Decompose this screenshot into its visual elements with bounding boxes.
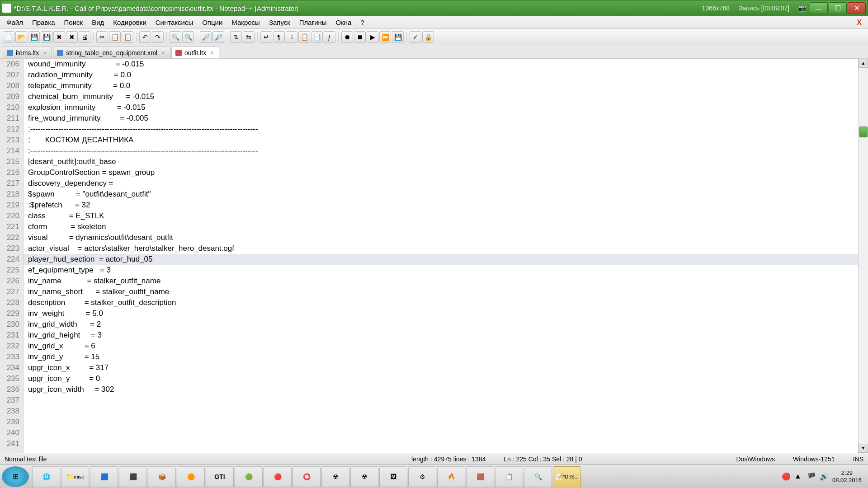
- code-line[interactable]: actor_visual = actors\stalker_hero\stalk…: [24, 243, 858, 254]
- scroll-thumb[interactable]: [859, 127, 868, 137]
- code-line[interactable]: upgr_icon_y = 0: [24, 373, 858, 384]
- code-line[interactable]: [desant_outfit]:outfit_base: [24, 156, 858, 167]
- macro-multirun-button[interactable]: ⏩: [379, 31, 391, 43]
- menu-macros[interactable]: Макросы: [227, 17, 264, 28]
- code-line[interactable]: upgr_icon_width = 302: [24, 384, 858, 395]
- sync-v-button[interactable]: ⇅: [230, 31, 242, 43]
- close-button[interactable]: ✕: [848, 2, 866, 14]
- menu-help[interactable]: ?: [356, 17, 368, 28]
- undo-button[interactable]: ↶: [139, 31, 151, 43]
- tab-close-icon[interactable]: ×: [42, 50, 48, 56]
- spellcheck-next-button[interactable]: 🔒: [422, 31, 434, 43]
- close-all-button[interactable]: ✖: [66, 31, 78, 43]
- tab-close-icon[interactable]: ×: [209, 50, 215, 56]
- menu-options[interactable]: Опции: [198, 17, 227, 28]
- paste-button[interactable]: 📋: [122, 31, 133, 43]
- save-all-button[interactable]: 💾: [41, 31, 52, 43]
- code-line[interactable]: inv_grid_width = 2: [24, 319, 858, 330]
- code-line[interactable]: player_hud_section = actor_hud_05: [24, 254, 858, 265]
- code-line[interactable]: GroupControlSection = spawn_group: [24, 167, 858, 178]
- macro-play-button[interactable]: ▶: [367, 31, 378, 43]
- taskbar-app7[interactable]: 🔍: [524, 466, 552, 487]
- close-file-button[interactable]: ✖: [53, 31, 65, 43]
- open-file-button[interactable]: 📂: [15, 31, 27, 43]
- taskbar-app2[interactable]: 📦: [148, 466, 176, 487]
- menu-encoding[interactable]: Кодировки: [108, 17, 151, 28]
- taskbar-opera[interactable]: 🔴: [264, 466, 292, 487]
- tab-string-table[interactable]: string_table_enc_equipment.xml ×: [53, 47, 170, 58]
- tray-volume-icon[interactable]: 🔊: [820, 472, 829, 481]
- menu-close-x[interactable]: X: [852, 17, 866, 28]
- code-line[interactable]: inv_grid_x = 6: [24, 341, 858, 352]
- spellcheck-button[interactable]: ✓: [410, 31, 421, 43]
- menu-search[interactable]: Поиск: [60, 17, 88, 28]
- code-line[interactable]: discovery_dependency =: [24, 178, 858, 189]
- macro-save-button[interactable]: 💾: [392, 31, 404, 43]
- find-button[interactable]: 🔍: [170, 31, 181, 43]
- taskbar-radiation[interactable]: ☢: [321, 466, 349, 487]
- taskbar-radiation2[interactable]: ☢: [350, 466, 378, 487]
- code-line[interactable]: fire_wound_immunity = -0.005: [24, 113, 858, 124]
- code-line[interactable]: ;---------------------------------------…: [24, 145, 858, 156]
- tray-clock[interactable]: 2:29 08.02.2016: [832, 469, 862, 484]
- sync-h-button[interactable]: ⇆: [243, 31, 255, 43]
- code-line[interactable]: class = E_STLK: [24, 211, 858, 221]
- new-file-button[interactable]: 📄: [3, 31, 14, 43]
- taskbar-app5[interactable]: 🔥: [437, 466, 465, 487]
- copy-button[interactable]: 📋: [109, 31, 121, 43]
- taskbar-ie[interactable]: 🌐: [32, 466, 60, 487]
- code-line[interactable]: inv_name = stalker_outfit_name: [24, 276, 858, 286]
- code-line[interactable]: ;$prefetch = 32: [24, 200, 858, 211]
- code-line[interactable]: visual = dynamics\outfit\desant_outfit: [24, 232, 858, 243]
- menu-run[interactable]: Запуск: [264, 17, 295, 28]
- taskbar-app3[interactable]: 🟢: [235, 466, 263, 487]
- tray-record-icon[interactable]: 🔴: [782, 472, 791, 481]
- zoom-in-button[interactable]: 🔎: [200, 31, 212, 43]
- show-all-chars-button[interactable]: ¶: [273, 31, 285, 43]
- code-line[interactable]: ;---------------------------------------…: [24, 124, 858, 135]
- menu-plugins[interactable]: Плагины: [295, 17, 331, 28]
- vertical-scrollbar[interactable]: ▲ ▼: [858, 59, 868, 453]
- taskbar-minecraft[interactable]: 🟫: [466, 466, 494, 487]
- macro-stop-button[interactable]: ⏹: [354, 31, 366, 43]
- menu-windows[interactable]: Окна: [331, 17, 356, 28]
- code-line[interactable]: chemical_burn_immunity = -0.015: [24, 91, 858, 102]
- code-line[interactable]: inv_name_short = stalker_outfit_name: [24, 286, 858, 297]
- taskbar-images[interactable]: 🖼: [379, 466, 407, 487]
- code-line[interactable]: $spawn = "outfit\desant_outfit": [24, 189, 858, 200]
- code-line[interactable]: upgr_icon_x = 317: [24, 362, 858, 373]
- taskbar-app4[interactable]: ⚙: [408, 466, 436, 487]
- menu-view[interactable]: Вид: [87, 17, 108, 28]
- menu-file[interactable]: Файл: [2, 17, 28, 28]
- code-line[interactable]: ef_equipment_type = 3: [24, 265, 858, 276]
- taskbar-app6[interactable]: 📋: [495, 466, 523, 487]
- taskbar-app1[interactable]: ⬛: [119, 466, 147, 487]
- menu-edit[interactable]: Правка: [28, 17, 60, 28]
- tab-items[interactable]: items.ltx ×: [3, 47, 52, 58]
- tray-flag-icon[interactable]: 🏴: [807, 472, 816, 481]
- taskbar-blender[interactable]: 🟠: [177, 466, 205, 487]
- macro-record-button[interactable]: ⏺: [341, 31, 353, 43]
- code-line[interactable]: inv_weight = 5.0: [24, 308, 858, 319]
- redo-button[interactable]: ↷: [152, 31, 164, 43]
- taskbar-skype[interactable]: 🟦: [90, 466, 118, 487]
- code-line[interactable]: radiation_immunity = 0.0: [24, 70, 858, 80]
- start-button[interactable]: ⊞: [2, 466, 29, 487]
- scroll-down-arrow[interactable]: ▼: [859, 444, 868, 453]
- taskbar-gti[interactable]: GTI: [206, 466, 234, 487]
- print-button[interactable]: 🖨: [79, 31, 90, 43]
- funclist-button[interactable]: ƒ: [324, 31, 335, 43]
- taskbar-record[interactable]: ⭕: [292, 466, 321, 487]
- code-content[interactable]: wound_immunity = -0.015radiation_immunit…: [24, 59, 858, 453]
- taskbar-notepadpp[interactable]: 📝*D:\S...: [553, 466, 581, 487]
- indent-guide-button[interactable]: ⫶: [286, 31, 297, 43]
- minimize-button[interactable]: —: [810, 2, 828, 14]
- code-line[interactable]: cform = skeleton: [24, 221, 858, 232]
- maximize-button[interactable]: ☐: [829, 2, 847, 14]
- userdeflang-button[interactable]: 📋: [298, 31, 310, 43]
- zoom-out-button[interactable]: 🔎: [212, 31, 224, 43]
- code-line[interactable]: description = stalker_outfit_description: [24, 297, 858, 308]
- code-line[interactable]: inv_grid_height = 3: [24, 330, 858, 341]
- docmap-button[interactable]: 📑: [311, 31, 323, 43]
- code-line[interactable]: wound_immunity = -0.015: [24, 59, 858, 70]
